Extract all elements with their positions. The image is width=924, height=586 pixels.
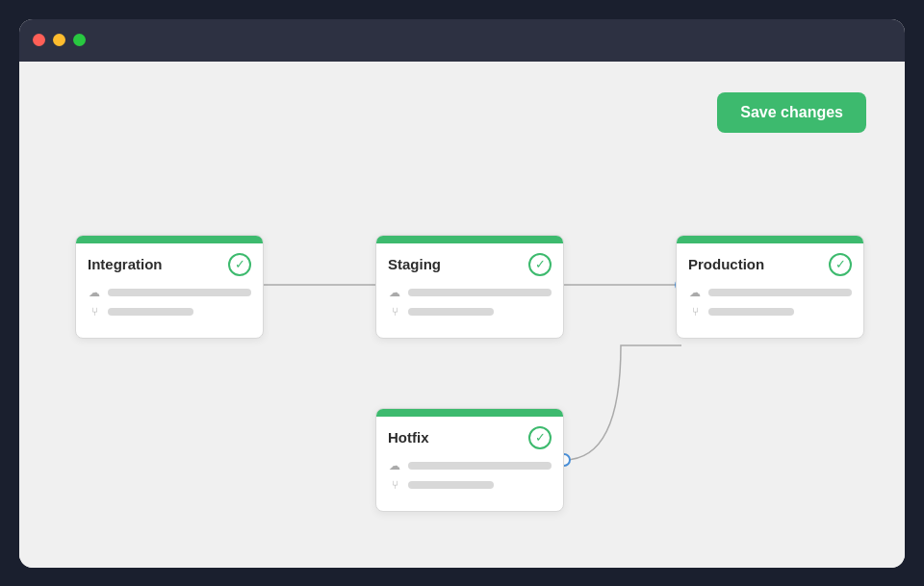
node-row-branch-production: ⑂ <box>688 305 852 318</box>
node-bar-branch-production <box>708 308 794 316</box>
canvas-area: Save changes Integration ✓ <box>19 62 905 568</box>
node-bar-branch-staging <box>408 308 494 316</box>
node-title-row-production: Production ✓ <box>688 253 852 276</box>
check-icon-staging: ✓ <box>528 253 552 276</box>
node-row-branch-hotfix: ⑂ <box>388 478 552 492</box>
cloud-icon-production: ☁ <box>688 286 702 299</box>
node-bar-cloud-integration <box>108 289 251 296</box>
check-icon-integration: ✓ <box>228 253 251 276</box>
node-bar-branch-hotfix <box>408 481 494 489</box>
node-bar-cloud-hotfix <box>408 462 552 470</box>
node-integration[interactable]: Integration ✓ ☁ ⑂ <box>75 235 264 339</box>
minimize-button[interactable] <box>53 34 65 46</box>
node-title-hotfix: Hotfix <box>388 429 429 446</box>
node-bar-branch-integration <box>108 308 193 316</box>
node-bar-cloud-staging <box>408 289 552 296</box>
node-row-cloud-integration: ☁ <box>88 286 251 299</box>
check-icon-hotfix: ✓ <box>528 426 552 449</box>
node-header-hotfix <box>376 409 563 417</box>
node-title-row-hotfix: Hotfix ✓ <box>388 426 552 449</box>
node-title-row-staging: Staging ✓ <box>388 253 552 276</box>
node-body-hotfix: Hotfix ✓ ☁ ⑂ <box>376 417 563 511</box>
check-icon-production: ✓ <box>829 253 852 276</box>
cloud-icon-staging: ☁ <box>388 286 401 299</box>
node-row-cloud-hotfix: ☁ <box>388 459 552 472</box>
branch-icon-hotfix: ⑂ <box>388 478 401 492</box>
node-hotfix[interactable]: Hotfix ✓ ☁ ⑂ <box>375 408 564 512</box>
save-changes-button[interactable]: Save changes <box>717 92 866 133</box>
branch-icon-production: ⑂ <box>688 305 702 318</box>
node-production[interactable]: Production ✓ ☁ ⑂ <box>676 235 864 339</box>
node-row-branch-staging: ⑂ <box>388 305 552 318</box>
node-row-branch-integration: ⑂ <box>88 305 251 318</box>
close-button[interactable] <box>33 34 45 46</box>
node-staging[interactable]: Staging ✓ ☁ ⑂ <box>375 235 564 339</box>
node-body-production: Production ✓ ☁ ⑂ <box>677 243 863 338</box>
node-row-cloud-staging: ☁ <box>388 286 552 299</box>
node-title-integration: Integration <box>88 256 163 272</box>
node-title-staging: Staging <box>388 256 441 272</box>
app-window: Save changes Integration ✓ <box>19 19 905 568</box>
cloud-icon-hotfix: ☁ <box>388 459 401 472</box>
branch-icon-staging: ⑂ <box>388 305 401 318</box>
node-title-production: Production <box>688 256 764 272</box>
branch-icon-integration: ⑂ <box>88 305 101 318</box>
maximize-button[interactable] <box>73 34 86 46</box>
node-bar-cloud-production <box>708 289 852 296</box>
cloud-icon-integration: ☁ <box>88 286 101 299</box>
titlebar <box>19 19 905 62</box>
node-header-production <box>677 236 863 243</box>
node-body-integration: Integration ✓ ☁ ⑂ <box>76 243 263 338</box>
node-header-integration <box>76 236 263 243</box>
node-header-staging <box>376 236 563 243</box>
node-body-staging: Staging ✓ ☁ ⑂ <box>376 243 563 338</box>
node-title-row-integration: Integration ✓ <box>88 253 251 276</box>
node-row-cloud-production: ☁ <box>688 286 852 299</box>
